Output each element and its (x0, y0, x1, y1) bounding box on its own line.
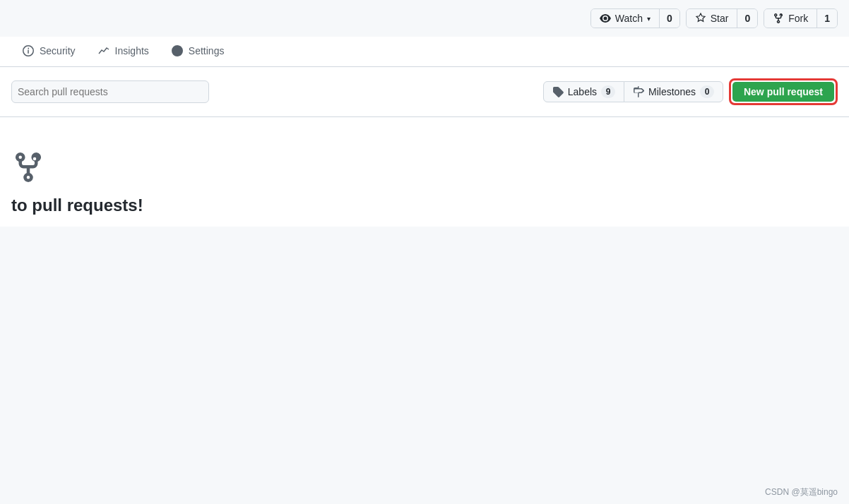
labels-btn-label: Labels (568, 86, 597, 97)
star-label: Star (711, 13, 729, 24)
watch-button[interactable]: Watch ▾ (591, 9, 660, 28)
watch-group: Watch ▾ 0 (590, 8, 680, 28)
milestones-count: 0 (700, 85, 714, 98)
star-icon (695, 13, 706, 24)
star-count[interactable]: 0 (737, 9, 757, 28)
star-group: Star 0 (686, 8, 758, 28)
empty-title: to pull requests! (11, 196, 143, 215)
pr-empty-icon (11, 145, 45, 184)
new-pr-btn-wrapper: New pull request (729, 78, 838, 105)
tab-insights-label: Insights (115, 45, 149, 56)
labels-count: 9 (601, 85, 615, 98)
new-pull-request-button[interactable]: New pull request (732, 82, 834, 102)
settings-icon (172, 45, 183, 56)
insights-icon (98, 45, 109, 56)
label-icon (552, 86, 564, 97)
labels-button[interactable]: Labels 9 (543, 81, 624, 102)
fork-button[interactable]: Fork (764, 9, 817, 28)
watch-chevron-icon: ▾ (647, 15, 651, 23)
security-icon (23, 45, 34, 56)
pr-toolbar: Labels 9 Milestones 0 New pull request (0, 67, 849, 117)
tab-security-label: Security (40, 45, 76, 56)
tab-insights[interactable]: Insights (87, 37, 160, 66)
tab-settings[interactable]: Settings (160, 37, 236, 66)
nav-tabs: Security Insights Settings (0, 37, 849, 67)
watch-icon (600, 13, 611, 24)
watermark: CSDN @莫遥bingo (765, 486, 838, 498)
filter-input[interactable] (11, 80, 209, 103)
watch-label: Watch (615, 13, 643, 24)
milestones-button[interactable]: Milestones 0 (624, 81, 723, 102)
labels-milestones-group: Labels 9 Milestones 0 (543, 81, 723, 102)
fork-icon (773, 13, 784, 24)
watch-count[interactable]: 0 (660, 9, 679, 28)
page-container: Watch ▾ 0 Star 0 Fork 1 (0, 0, 849, 504)
milestones-btn-label: Milestones (648, 86, 696, 97)
fork-group: Fork 1 (764, 8, 838, 28)
empty-state: to pull requests! (0, 117, 849, 227)
fork-label: Fork (788, 13, 808, 24)
tab-settings-label: Settings (189, 45, 225, 56)
milestones-icon (633, 86, 644, 97)
tab-security[interactable]: Security (11, 37, 87, 66)
star-button[interactable]: Star (687, 9, 738, 28)
top-bar: Watch ▾ 0 Star 0 Fork 1 (0, 0, 849, 37)
fork-count[interactable]: 1 (817, 9, 837, 28)
